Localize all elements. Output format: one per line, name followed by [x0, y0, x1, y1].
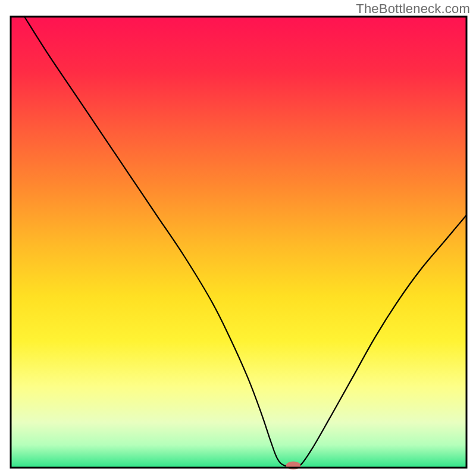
- bottleneck-chart: TheBottleneck.com: [0, 0, 476, 476]
- plot-background: [11, 17, 466, 468]
- chart-svg: [0, 0, 476, 476]
- watermark-text: TheBottleneck.com: [356, 1, 470, 17]
